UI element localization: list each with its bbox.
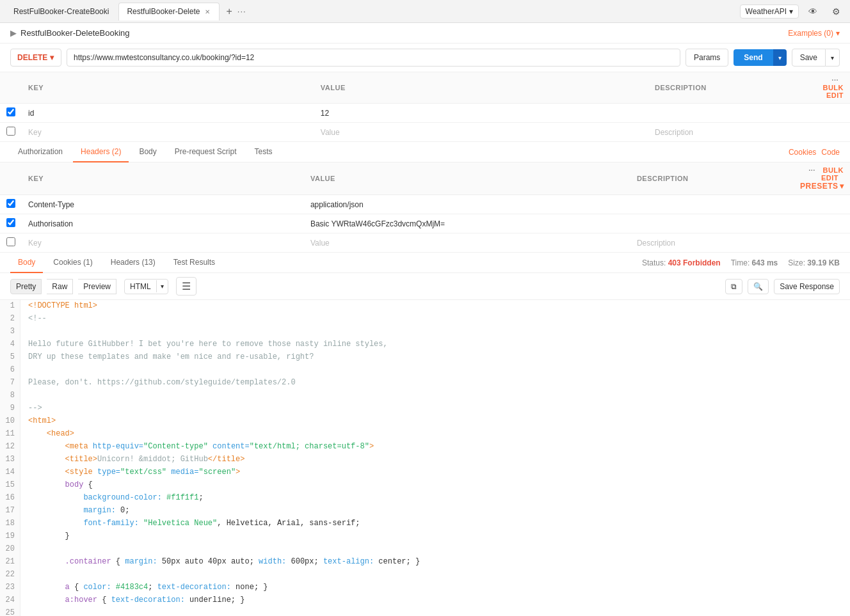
params-row-desc[interactable] [648,104,816,123]
env-selector[interactable]: WeatherAPI ▾ [740,4,799,19]
tab-tests[interactable]: Tests [246,142,280,162]
headers-bulk-edit[interactable]: Bulk Edit [821,166,844,182]
headers-row-desc[interactable]: Description [630,233,794,253]
tab-more-icon[interactable]: ··· [237,6,246,16]
resp-tab-body[interactable]: Body [10,253,43,273]
search-button[interactable]: 🔍 [748,279,769,294]
code-line: 15 body { [0,479,850,492]
line-number: 4 [0,338,20,351]
format-pretty-button[interactable]: Pretty [10,279,42,294]
code-line: 19 } [0,530,850,543]
params-row-key[interactable]: Key [22,123,314,142]
line-number: 24 [0,594,20,607]
examples-link[interactable]: Examples (0) ▾ [788,29,840,38]
tab-delete-booking[interactable]: RestfulBooker-Delete ✕ [118,3,220,20]
line-content: a { color: #4183c4; text-decoration: non… [20,581,850,594]
headers-row-desc[interactable] [630,195,794,214]
eye-icon[interactable]: 👁 [804,3,822,20]
line-content: DRY up these templates and make 'em nice… [20,351,850,364]
headers-row-check[interactable] [6,237,15,246]
examples-label: Examples (0) [788,29,833,38]
format-raw-button[interactable]: Raw [47,279,73,294]
save-dropdown-button[interactable]: ▾ [826,49,840,67]
save-btn-group: Save ▾ [792,49,840,67]
line-content [20,390,850,402]
line-number: 5 [0,351,20,364]
save-response-button[interactable]: Save Response [774,279,840,294]
size-value: 39.19 KB [807,258,840,267]
code-line: 3 [0,326,850,338]
params-row-actions [816,123,850,142]
line-content: <html> [20,415,850,428]
resp-tab-headers[interactable]: Headers (13) [103,253,163,273]
lang-selector[interactable]: HTML ▾ [124,279,168,294]
save-button[interactable]: Save [792,49,826,67]
url-input[interactable] [67,49,680,67]
headers-row-key[interactable]: Authorisation [22,214,304,233]
copy-button[interactable]: ⧉ [725,279,742,294]
tab-body[interactable]: Body [131,142,164,162]
headers-row-value[interactable]: Value [304,233,630,253]
line-content: font-family: "Helvetica Neue", Helvetica… [20,517,850,530]
params-bulk-edit[interactable]: Bulk Edit [822,84,844,99]
tab-actions[interactable]: + ··· [226,6,246,17]
tab-create-booking[interactable]: RestFulBooker-CreateBooki [5,3,117,20]
presets-button[interactable]: Presets ▾ [800,182,844,191]
headers-row-value[interactable]: application/json [304,195,630,214]
tab-pre-request[interactable]: Pre-request Script [167,142,245,162]
line-content: margin: 0; [20,505,850,517]
response-section: Body Cookies (1) Headers (13) Test Resul… [0,253,850,616]
line-content [20,569,850,581]
params-row-check[interactable] [6,107,15,116]
headers-row: Authorisation Basic YWRtaW46cGFzc3dvcmQx… [0,214,850,233]
format-preview-button[interactable]: Preview [78,279,116,294]
status-label: Status: 403 Forbidden [642,258,721,267]
tab-headers[interactable]: Headers (2) [73,142,129,162]
params-row-desc[interactable]: Description [648,123,816,142]
headers-row-key[interactable]: Key [22,233,304,253]
headers-row-key[interactable]: Content-Type [22,195,304,214]
line-content: background-color: #f1f1f1; [20,492,850,505]
gear-icon[interactable]: ⚙ [827,3,845,20]
params-row-check[interactable] [6,127,15,136]
cookies-link[interactable]: Cookies [789,148,816,157]
line-number: 22 [0,569,20,581]
headers-row-value[interactable]: Basic YWRtaW46cGFzc3dvcmQxMjM= [304,214,630,233]
line-number: 14 [0,466,20,479]
response-toolbar: Pretty Raw Preview HTML ▾ ☰ ⧉ 🔍 Save Res… [0,273,850,300]
lang-chevron-icon[interactable]: ▾ [156,280,168,292]
headers-row-check[interactable] [6,199,15,208]
params-button[interactable]: Params [686,49,728,67]
resp-tab-cookies[interactable]: Cookies (1) [45,253,100,273]
line-content: <style type="text/css" media="screen"> [20,466,850,479]
req-tab-actions: Cookies Code [789,148,840,157]
line-number: 11 [0,428,20,441]
response-tabs: Body Cookies (1) Headers (13) Test Resul… [0,253,850,273]
headers-th-desc: DESCRIPTION [630,162,794,195]
wrap-button[interactable]: ☰ [176,277,196,296]
params-row: Key Value Description [0,123,850,142]
tab-add-icon[interactable]: + [226,6,232,17]
presets-chevron-icon: ▾ [840,182,844,191]
tab-authorization[interactable]: Authorization [10,142,70,162]
params-row-key[interactable]: id [22,104,314,123]
headers-more-icon[interactable]: ··· [808,166,815,174]
tab-close-icon[interactable]: ✕ [204,7,211,17]
line-number: 19 [0,530,20,543]
params-th-actions: ··· Bulk Edit [816,72,850,104]
request-name-bar: ▶ RestfulBooker-DeleteBooking Examples (… [0,23,850,43]
params-th-desc: DESCRIPTION [648,72,816,104]
line-number: 20 [0,543,20,556]
method-selector[interactable]: DELETE ▾ [10,49,61,67]
params-more-icon[interactable]: ··· [831,76,838,84]
params-row-value[interactable]: Value [314,123,648,142]
send-dropdown-button[interactable]: ▾ [773,49,787,66]
params-row-value[interactable]: 12 [314,104,648,123]
tab-label: RestfulBooker-Delete [127,7,200,16]
headers-row-desc[interactable] [630,214,794,233]
line-number: 6 [0,364,20,377]
code-link[interactable]: Code [821,148,840,157]
resp-tab-test-results[interactable]: Test Results [166,253,223,273]
send-button[interactable]: Send [734,49,773,66]
headers-row-check[interactable] [6,218,15,227]
